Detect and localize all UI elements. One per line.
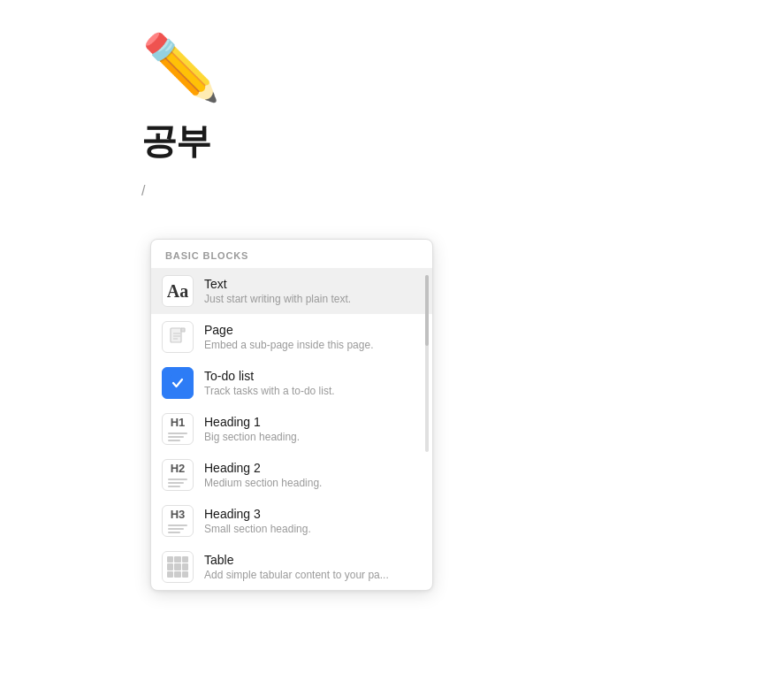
menu-text-todo: To-do list Track tasks with a to-do list…	[204, 369, 335, 397]
page-content: ✏️ 공부 /	[0, 0, 784, 199]
menu-item-desc: Medium section heading.	[204, 477, 322, 489]
menu-item-title: Heading 1	[204, 415, 300, 429]
h2-icon: H2	[162, 459, 194, 491]
svg-rect-1	[181, 328, 185, 332]
menu-text-page: Page Embed a sub-page inside this page.	[204, 323, 373, 351]
menu-item-desc: Track tasks with a to-do list.	[204, 385, 335, 397]
table-icon	[162, 551, 194, 583]
text-icon: Aa	[162, 275, 194, 307]
todo-icon	[162, 367, 194, 399]
page-emoji: ✏️	[141, 35, 784, 99]
menu-text-text: Text Just start writing with plain text.	[204, 277, 351, 305]
menu-item-title: Text	[204, 277, 351, 291]
menu-text-h3: Heading 3 Small section heading.	[204, 507, 311, 535]
scrollbar-thumb	[425, 275, 429, 346]
cursor-indicator: /	[141, 183, 784, 199]
menu-item-desc: Just start writing with plain text.	[204, 293, 351, 305]
page-title[interactable]: 공부	[141, 117, 784, 165]
menu-item-title: Heading 2	[204, 461, 322, 475]
h1-icon: H1	[162, 413, 194, 445]
menu-item-desc: Big section heading.	[204, 431, 300, 443]
menu-item-title: To-do list	[204, 369, 335, 383]
menu-item-desc: Add simple tabular content to your pa...	[204, 569, 389, 581]
menu-item-h3[interactable]: H3 Heading 3 Small section heading.	[151, 498, 432, 544]
menu-text-h2: Heading 2 Medium section heading.	[204, 461, 322, 489]
menu-text-h1: Heading 1 Big section heading.	[204, 415, 300, 443]
block-type-dropdown: BASIC BLOCKS Aa Text Just start writing …	[150, 239, 433, 591]
menu-item-title: Heading 3	[204, 507, 311, 521]
menu-item-table[interactable]: Table Add simple tabular content to your…	[151, 544, 432, 590]
dropdown-scrollbar[interactable]	[425, 275, 429, 452]
menu-item-title: Page	[204, 323, 373, 337]
menu-item-desc: Small section heading.	[204, 523, 311, 535]
svg-rect-5	[170, 375, 186, 391]
page-icon	[162, 321, 194, 353]
menu-item-desc: Embed a sub-page inside this page.	[204, 339, 373, 351]
menu-item-h1[interactable]: H1 Heading 1 Big section heading.	[151, 406, 432, 452]
menu-item-h2[interactable]: H2 Heading 2 Medium section heading.	[151, 452, 432, 498]
menu-text-table: Table Add simple tabular content to your…	[204, 553, 389, 581]
menu-item-title: Table	[204, 553, 389, 567]
menu-item-todo[interactable]: To-do list Track tasks with a to-do list…	[151, 360, 432, 406]
menu-item-text[interactable]: Aa Text Just start writing with plain te…	[151, 268, 432, 314]
svg-rect-0	[171, 328, 181, 342]
section-label: BASIC BLOCKS	[151, 240, 432, 268]
h3-icon: H3	[162, 505, 194, 537]
menu-item-page[interactable]: Page Embed a sub-page inside this page.	[151, 314, 432, 360]
